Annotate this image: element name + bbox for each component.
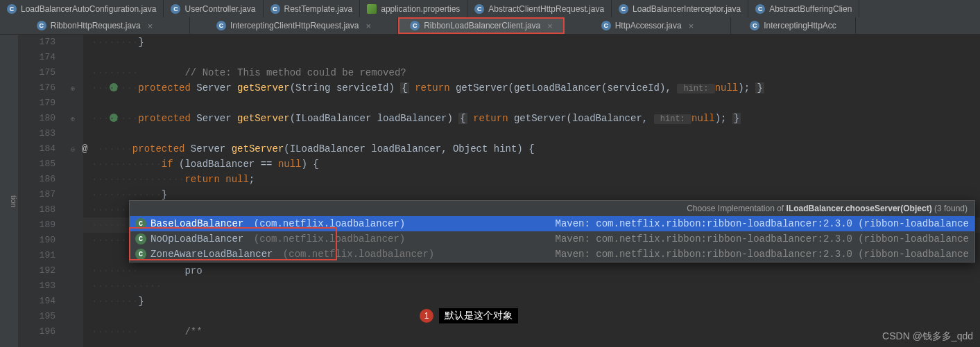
close-icon[interactable]: × <box>148 21 153 31</box>
line-number: 191 <box>18 248 55 263</box>
impl-row-zoneawareloadbalancer[interactable]: C ZoneAwareLoadBalancer (com.netflix.loa… <box>130 247 974 262</box>
code-line: @······protected Server getServer(ILoadB… <box>83 141 980 157</box>
java-class-icon <box>474 4 484 14</box>
tool-label: tion <box>10 195 18 208</box>
tab-label: LoadBalancerAutoConfiguration.java <box>21 4 156 14</box>
code-line: ········protected Server getServer(ILoad… <box>83 111 980 126</box>
impl-row-nooploadbalancer[interactable]: C NoOpLoadBalancer (com.netflix.loadbala… <box>130 231 974 247</box>
editor-tabs-row-1: LoadBalancerAutoConfiguration.java UserC… <box>0 0 980 17</box>
java-class-icon <box>216 21 226 30</box>
line-number: 185 <box>18 157 55 172</box>
impl-package: (com.netflix.loadbalancer) <box>248 233 405 244</box>
tab-label: application.properties <box>381 4 460 14</box>
tab-loadbalancerautoconfiguration[interactable]: LoadBalancerAutoConfiguration.java <box>0 0 164 17</box>
java-class-icon <box>7 4 17 14</box>
code-line: ················return null; <box>83 172 980 187</box>
editor-tabs-row-2: RibbonHttpRequest.java× InterceptingClie… <box>0 17 980 35</box>
impl-name: NoOpLoadBalancer <box>151 233 243 244</box>
tab-label: HttpAccessor.java <box>615 21 682 30</box>
line-number: 179 <box>18 96 55 111</box>
java-class-icon <box>37 21 46 30</box>
code-line <box>83 96 980 111</box>
tab-label: InterceptingClientHttpRequest.java <box>230 21 359 30</box>
line-number: 180 <box>18 111 55 126</box>
line-number: 189 <box>18 217 55 233</box>
tab-abstractbufferingclient[interactable]: AbstractBufferingClien <box>748 0 859 17</box>
tab-interceptingclienthttprequest[interactable]: InterceptingClientHttpRequest.java× <box>190 17 398 34</box>
impl-location: Maven: com.netflix.ribbon:ribbon-loadbal… <box>556 233 970 244</box>
code-editor[interactable]: 173 174 175 176 179 180 183 184 185 186 … <box>18 35 980 347</box>
java-class-icon <box>619 4 628 14</box>
tab-label: RestTemplate.java <box>284 4 353 14</box>
line-number-gutter[interactable]: 173 174 175 176 179 180 183 184 185 186 … <box>18 35 69 347</box>
code-line: ········ /** <box>83 324 980 339</box>
class-icon: C <box>135 233 146 244</box>
impl-package: (com.netflix.loadbalancer) <box>277 249 434 260</box>
code-area[interactable]: ········ }} ········ // Note: This metho… <box>83 35 980 347</box>
choose-implementation-popup[interactable]: Choose Implementation of ILoadBalancer.c… <box>129 200 975 263</box>
annotation-icon: @ <box>82 143 87 154</box>
impl-location: Maven: com.netflix.ribbon:ribbon-loadbal… <box>556 218 970 229</box>
fold-collapsed-icon[interactable]: ⊕ <box>71 115 75 123</box>
tool-window-strip[interactable]: tion <box>0 35 18 347</box>
tab-ribbonloadbalancerclient[interactable]: RibbonLoadBalancerClient.java× <box>398 17 565 34</box>
watermark: CSDN @钱多多_qdd <box>882 330 973 343</box>
class-icon: C <box>135 249 146 260</box>
tab-abstractclienthttprequest[interactable]: AbstractClientHttpRequest.java <box>467 0 612 17</box>
fold-collapsed-icon[interactable]: ⊕ <box>71 84 75 93</box>
tab-loadbalancerinterceptor[interactable]: LoadBalancerInterceptor.java <box>612 0 748 17</box>
line-number: 184 <box>18 141 55 157</box>
tab-application-properties[interactable]: application.properties <box>360 0 467 17</box>
tab-label: InterceptingHttpAcc <box>764 21 836 30</box>
line-number: 175 <box>18 65 55 80</box>
tab-label: AbstractClientHttpRequest.java <box>488 4 604 14</box>
tab-label: LoadBalancerInterceptor.java <box>633 4 741 14</box>
annotation-callout: 1 默认是这个对象 <box>420 308 518 323</box>
impl-name: BaseLoadBalancer <box>151 218 243 229</box>
close-icon[interactable]: × <box>547 21 553 31</box>
line-number: 193 <box>18 278 55 294</box>
code-line <box>83 309 980 324</box>
line-number: 192 <box>18 263 55 278</box>
java-class-icon <box>171 4 180 14</box>
line-number: 194 <box>18 294 55 309</box>
line-number: 196 <box>18 324 55 339</box>
line-number: 173 <box>18 35 55 50</box>
code-line: ········protected Server getServer(Strin… <box>83 80 980 96</box>
tab-label: AbstractBufferingClien <box>769 4 852 14</box>
impl-row-baseloadbalancer[interactable]: C BaseLoadBalancer (com.netflix.loadbala… <box>130 216 974 231</box>
tab-label: UserController.java <box>184 4 255 14</box>
tab-usercontroller[interactable]: UserController.java <box>164 0 263 17</box>
line-number: 183 <box>18 126 55 141</box>
code-line <box>83 50 980 65</box>
tab-ribbonhttprequest[interactable]: RibbonHttpRequest.java× <box>0 17 190 34</box>
tab-resttemplate[interactable]: RestTemplate.java <box>264 0 361 17</box>
code-line: ········} <box>83 294 980 309</box>
java-class-icon <box>755 4 765 14</box>
tab-interceptinghttpacc[interactable]: InterceptingHttpAcc <box>731 17 856 34</box>
line-number: 195 <box>18 309 55 324</box>
properties-icon <box>367 4 377 14</box>
code-line: ········ pro <box>83 263 980 278</box>
line-number: 174 <box>18 50 55 65</box>
annotation-text: 默认是这个对象 <box>439 308 518 323</box>
impl-package: (com.netflix.loadbalancer) <box>248 218 405 229</box>
close-icon[interactable]: × <box>366 21 371 31</box>
line-number: 190 <box>18 233 55 248</box>
java-class-icon <box>270 4 280 14</box>
java-class-icon <box>410 21 420 30</box>
code-line: ········ }} <box>83 35 980 50</box>
annotation-number-badge: 1 <box>420 309 433 323</box>
code-line: ············if (loadBalancer == null) { <box>83 157 980 172</box>
line-number: 186 <box>18 172 55 187</box>
fold-open-icon[interactable]: ⊖ <box>71 145 75 154</box>
popup-header: Choose Implementation of ILoadBalancer.c… <box>130 201 974 216</box>
tab-httpaccessor[interactable]: HttpAccessor.java× <box>565 17 731 34</box>
impl-name: ZoneAwareLoadBalancer <box>151 249 273 260</box>
code-line: ········ // Note: This method could be r… <box>83 65 980 80</box>
fold-gutter[interactable]: ⊕ ⊕ ⊖ <box>69 35 83 347</box>
line-number: 187 <box>18 187 55 202</box>
java-class-icon <box>750 21 759 30</box>
code-line <box>83 126 980 141</box>
close-icon[interactable]: × <box>689 21 694 31</box>
